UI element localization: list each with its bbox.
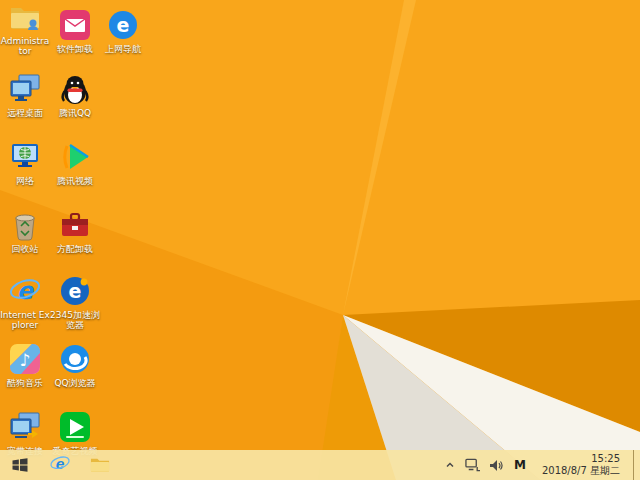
qq-browser-icon <box>58 342 92 376</box>
icon-label: 方配卸载 <box>50 244 100 254</box>
desktop-icon-web-navigation[interactable]: e 上网导航 <box>98 8 148 54</box>
taskbar-ie-button[interactable]: e <box>40 450 80 480</box>
icon-label: 2345加速浏览器 <box>50 310 100 331</box>
system-tray: M 15:25 2018/8/7 星期二 <box>442 450 640 480</box>
clock-time: 15:25 <box>542 453 620 466</box>
icon-label: Administrator <box>0 36 50 57</box>
broadband-connection-icon <box>8 410 42 444</box>
internet-explorer-icon: e <box>49 453 71 478</box>
desktop-icon-qq-browser[interactable]: QQ浏览器 <box>50 342 100 388</box>
icon-label: 酷狗音乐 <box>0 378 50 388</box>
internet-explorer-icon: e <box>8 274 42 308</box>
hidden-icons-button[interactable] <box>442 457 458 473</box>
file-explorer-icon <box>89 453 111 478</box>
desktop-icon-internet-explorer[interactable]: e Internet Explorer <box>0 274 50 331</box>
dual-monitor-icon <box>8 72 42 106</box>
desktop-icon-tencent-video[interactable]: 腾讯视频 <box>50 140 100 186</box>
toolbox-icon <box>58 208 92 242</box>
icon-label: Internet Explorer <box>0 310 50 331</box>
icon-label: 远程桌面 <box>0 108 50 118</box>
icon-label: 网络 <box>0 176 50 186</box>
browser-e-icon: e <box>106 8 140 42</box>
desktop-icon-recycle-bin[interactable]: 回收站 <box>0 208 50 254</box>
recycle-bin-icon <box>8 208 42 242</box>
icon-label: 腾讯视频 <box>50 176 100 186</box>
music-app-icon: ♪ <box>8 342 42 376</box>
clock-date: 2018/8/7 星期二 <box>542 465 620 478</box>
qq-penguin-icon <box>58 72 92 106</box>
icon-label: 上网导航 <box>98 44 148 54</box>
taskbar-file-explorer-button[interactable] <box>80 450 120 480</box>
desktop-icon-tencent-qq[interactable]: 腾讯QQ <box>50 72 100 118</box>
chevron-up-icon <box>445 460 455 470</box>
icon-label: QQ浏览器 <box>50 378 100 388</box>
uninstall-app-icon <box>58 8 92 42</box>
ime-indicator[interactable]: M <box>511 458 529 472</box>
iqiyi-icon <box>58 410 92 444</box>
network-tray-icon[interactable] <box>465 457 481 473</box>
video-play-icon <box>58 140 92 174</box>
desktop: Administrator 软件卸载 e 上网导航 远程桌面 <box>0 0 640 480</box>
taskbar: e <box>0 450 640 480</box>
network-monitor-icon <box>8 140 42 174</box>
icon-label: 腾讯QQ <box>50 108 100 118</box>
taskbar-clock[interactable]: 15:25 2018/8/7 星期二 <box>536 453 626 478</box>
user-folder-icon <box>8 0 42 34</box>
desktop-icon-network[interactable]: 网络 <box>0 140 50 186</box>
desktop-icon-administrator[interactable]: Administrator <box>0 0 50 57</box>
desktop-icon-2345-browser[interactable]: e 2345加速浏览器 <box>50 274 100 331</box>
icon-label: 回收站 <box>0 244 50 254</box>
icon-label: 软件卸载 <box>50 44 100 54</box>
windows-logo-icon <box>10 455 30 475</box>
2345-browser-icon: e <box>58 274 92 308</box>
svg-text:♪: ♪ <box>20 350 31 370</box>
show-desktop-button[interactable] <box>633 450 640 480</box>
desktop-icon-software-uninstall[interactable]: 软件卸载 <box>50 8 100 54</box>
start-button[interactable] <box>0 450 40 480</box>
svg-text:e: e <box>117 14 130 36</box>
desktop-icon-fangpei-uninstall[interactable]: 方配卸载 <box>50 208 100 254</box>
desktop-icon-remote-desktop[interactable]: 远程桌面 <box>0 72 50 118</box>
desktop-icon-kugou-music[interactable]: ♪ 酷狗音乐 <box>0 342 50 388</box>
volume-tray-icon[interactable] <box>488 457 504 473</box>
svg-text:e: e <box>69 280 82 302</box>
